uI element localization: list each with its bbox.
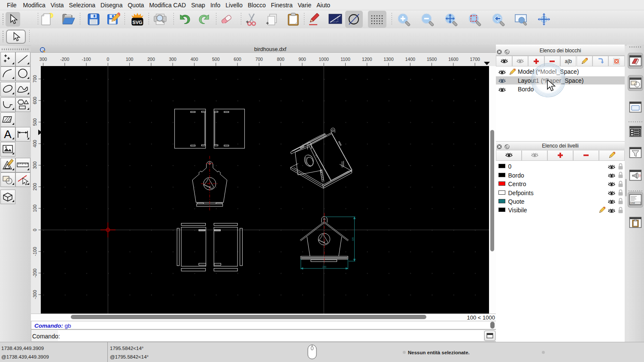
svg-text:400: 400 [191, 57, 198, 62]
svg-text:100: 100 [32, 205, 37, 212]
svg-text:300: 300 [39, 57, 47, 62]
svg-text:-300: -300 [32, 290, 37, 299]
svg-text:230: 230 [322, 265, 326, 268]
svg-text:0: 0 [32, 229, 37, 231]
svg-text:cmd: cmd [631, 202, 635, 204]
svg-text:1000: 1000 [319, 57, 329, 62]
svg-text:400: 400 [32, 140, 37, 148]
svg-text:200: 200 [147, 57, 155, 62]
svg-text:500: 500 [32, 118, 37, 126]
svg-text:800: 800 [277, 57, 285, 62]
svg-text:300: 300 [32, 161, 37, 169]
svg-text:1700: 1700 [470, 57, 480, 62]
svg-text:320: 320 [352, 237, 354, 241]
svg-text:1300: 1300 [383, 57, 394, 62]
svg-text:700: 700 [32, 75, 37, 83]
svg-text:200: 200 [32, 183, 37, 190]
svg-text:600: 600 [32, 97, 37, 104]
svg-text:-100: -100 [82, 57, 91, 62]
svg-text:-100: -100 [32, 247, 37, 256]
svg-text:1400: 1400 [405, 57, 416, 62]
svg-text:300: 300 [169, 57, 176, 62]
svg-text:1600: 1600 [448, 57, 459, 62]
svg-text:100: 100 [126, 57, 134, 62]
svg-text:500: 500 [212, 57, 220, 62]
svg-text:1200: 1200 [362, 57, 372, 62]
svg-text:-200: -200 [60, 57, 69, 62]
svg-text:0: 0 [106, 57, 109, 62]
svg-text:-200: -200 [32, 268, 37, 278]
svg-text:600: 600 [234, 57, 241, 62]
svg-text:1500: 1500 [427, 57, 437, 62]
svg-text:700: 700 [255, 57, 263, 62]
svg-text:900: 900 [298, 57, 306, 62]
svg-text:1100: 1100 [340, 57, 350, 62]
